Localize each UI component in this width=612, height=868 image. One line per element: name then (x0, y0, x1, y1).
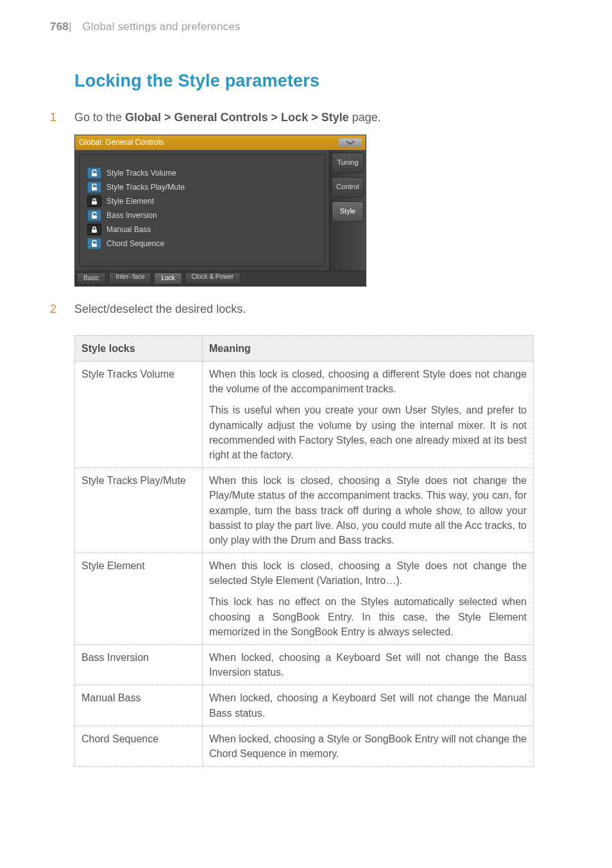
svg-rect-2 (92, 201, 97, 204)
chevron-down-icon (346, 140, 355, 146)
table-header-row: Style locks Meaning (75, 335, 534, 361)
lock-list-panel: Style Tracks Volume Style Tracks Play/Mu… (79, 154, 325, 267)
lock-row-style-tracks-volume[interactable]: Style Tracks Volume (80, 166, 325, 180)
lock-meaning-cell: When locked, choosing a Keyboard Set wil… (203, 685, 534, 726)
menu-button[interactable] (339, 138, 362, 147)
step-number: 2 (50, 301, 74, 317)
lock-row-manual-bass[interactable]: Manual Bass (80, 222, 325, 237)
svg-rect-1 (92, 187, 97, 190)
meaning-paragraph: When this lock is closed, choosing a Sty… (209, 558, 527, 588)
side-tab-control[interactable]: Control (332, 177, 364, 197)
lock-row-style-tracks-play-mute[interactable]: Style Tracks Play/Mute (80, 180, 325, 194)
lock-meaning-cell: When this lock is closed, choosing a Sty… (203, 553, 534, 645)
lock-row-style-element[interactable]: Style Element (80, 194, 325, 208)
side-tab-bar: Tuning Control Style (329, 150, 366, 271)
screenshot-titlebar: Global: General Controls (75, 135, 366, 150)
lock-meaning-cell: When this lock is closed, choosing a dif… (203, 362, 534, 468)
meaning-paragraph: When this lock is closed, choosing a dif… (209, 367, 527, 396)
running-header: 768| Global settings and preferences (50, 19, 567, 35)
svg-rect-5 (92, 244, 97, 247)
embedded-screenshot: Global: General Controls Style Tracks Vo… (74, 135, 366, 287)
meaning-paragraph: This lock has no effect on the Styles au… (209, 594, 527, 639)
table-row: Manual Bass When locked, choosing a Keyb… (75, 685, 534, 726)
table-row: Bass Inversion When locked, choosing a K… (75, 645, 534, 685)
lock-label: Bass Inversion (106, 210, 157, 221)
lock-label: Chord Sequence (106, 238, 164, 249)
lock-meaning-cell: When locked, choosing a Keyboard Set wil… (203, 645, 534, 685)
lock-label: Style Tracks Play/Mute (106, 182, 185, 193)
lock-name-cell: Style Element (75, 553, 203, 645)
style-locks-table: Style locks Meaning Style Tracks Volume … (74, 335, 534, 767)
meaning-paragraph: When locked, choosing a Keyboard Set wil… (209, 690, 527, 720)
table-row: Style Element When this lock is closed, … (75, 553, 534, 645)
lock-open-icon[interactable] (87, 210, 101, 221)
step-bold-path: Global > General Controls > Lock > Style (125, 111, 349, 124)
lock-name-cell: Manual Bass (75, 685, 203, 726)
lock-open-icon[interactable] (87, 238, 101, 249)
foot-tab-interface[interactable]: Inter- face (108, 272, 151, 285)
table-row: Style Tracks Play/Mute When this lock is… (75, 468, 534, 553)
divider-bar: | (69, 21, 72, 33)
lock-meaning-cell: When locked, choosing a Style or SongBoo… (203, 726, 534, 766)
section-title: Locking the Style parameters (74, 69, 567, 94)
screenshot-body: Style Tracks Volume Style Tracks Play/Mu… (75, 150, 366, 271)
meaning-paragraph: When locked, choosing a Style or SongBoo… (209, 731, 527, 761)
step-prefix: Go to the (74, 111, 125, 124)
lock-label: Style Tracks Volume (106, 168, 176, 179)
step-1: 1 Go to the Global > General Controls > … (50, 109, 567, 126)
lock-closed-icon[interactable] (87, 224, 101, 235)
lock-open-icon[interactable] (87, 167, 101, 179)
lock-label: Style Element (106, 196, 154, 207)
col-header-style-locks: Style locks (75, 335, 203, 361)
lock-open-icon[interactable] (87, 181, 101, 193)
foot-tab-lock[interactable]: Lock (154, 272, 182, 285)
side-tab-style[interactable]: Style (332, 201, 364, 222)
lock-label: Manual Bass (106, 224, 151, 235)
col-header-meaning: Meaning (203, 335, 534, 361)
svg-rect-3 (92, 215, 97, 219)
table-row: Chord Sequence When locked, choosing a S… (75, 726, 534, 766)
svg-rect-4 (92, 230, 97, 233)
meaning-paragraph: When locked, choosing a Keyboard Set wil… (209, 650, 527, 680)
step-text: Select/deselect the desired locks. (74, 301, 567, 317)
meaning-paragraph: When this lock is closed, choosing a Sty… (209, 473, 527, 547)
step-suffix: page. (349, 111, 381, 124)
page-number: 768 (50, 21, 69, 33)
lock-closed-icon[interactable] (87, 196, 101, 207)
lock-name-cell: Style Tracks Volume (75, 362, 203, 468)
step-number: 1 (50, 109, 74, 126)
side-tab-tuning[interactable]: Tuning (332, 153, 364, 173)
footer-tab-bar: Basic Inter- face Lock Clock & Power (75, 271, 366, 286)
step-text: Go to the Global > General Controls > Lo… (74, 109, 567, 126)
lock-name-cell: Style Tracks Play/Mute (75, 468, 203, 553)
lock-row-chord-sequence[interactable]: Chord Sequence (80, 237, 325, 251)
foot-tab-basic[interactable]: Basic (76, 272, 106, 285)
foot-tab-clock-power[interactable]: Clock & Power (185, 272, 241, 285)
chapter-title: Global settings and preferences (82, 21, 240, 33)
lock-row-bass-inversion[interactable]: Bass Inversion (80, 208, 325, 222)
lock-meaning-cell: When this lock is closed, choosing a Sty… (203, 468, 534, 553)
meaning-paragraph: This is useful when you create your own … (209, 403, 527, 462)
page-root: 768| Global settings and preferences Loc… (0, 0, 612, 805)
screenshot-title: Global: General Controls (79, 137, 339, 148)
lock-name-cell: Bass Inversion (75, 645, 203, 685)
spacer (50, 326, 567, 335)
table-row: Style Tracks Volume When this lock is cl… (75, 362, 534, 468)
lock-name-cell: Chord Sequence (75, 726, 203, 766)
step-2: 2 Select/deselect the desired locks. (50, 301, 567, 317)
svg-rect-0 (92, 173, 97, 176)
